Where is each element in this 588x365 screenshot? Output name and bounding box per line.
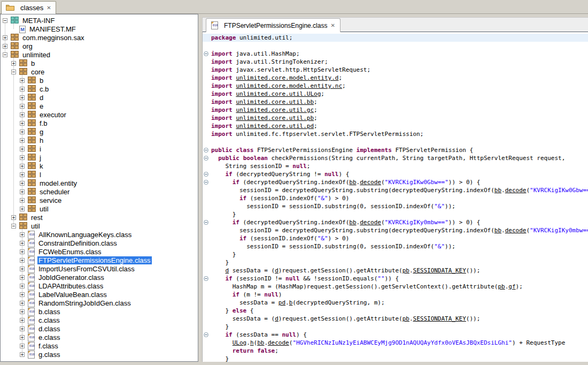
code-line[interactable]: } (203, 258, 588, 267)
code-line[interactable]: import unlimited.fc.ftpservlet.servlet.F… (203, 130, 588, 138)
expand-toggle[interactable]: + (20, 121, 25, 126)
expand-toggle[interactable]: + (20, 112, 25, 117)
fold-collapse-icon[interactable] (204, 220, 208, 225)
code-line[interactable]: if (sessionID.indexOf("&") > 0) (203, 234, 588, 242)
collapse-toggle[interactable]: − (3, 52, 7, 57)
tab-class-file-close-icon[interactable]: ✕ (330, 23, 335, 28)
code-line[interactable] (203, 42, 588, 50)
code-line[interactable]: sessData = (d)request.getSession().getAt… (203, 315, 588, 323)
code-line[interactable]: sessionID = decryptedQueryString.substri… (203, 186, 588, 194)
code-line[interactable]: if (decryptedQueryString.indexOf(bb.deco… (203, 218, 588, 226)
code-line[interactable]: } (203, 323, 588, 331)
tree-item-e-class[interactable]: +010e.class (1, 333, 198, 341)
expand-toggle[interactable]: + (20, 326, 25, 331)
tree-item-importusersfromcsvutil-class[interactable]: +010ImportUsersFromCSVUtil.class (1, 264, 198, 273)
collapse-toggle[interactable]: − (11, 224, 16, 229)
expand-toggle[interactable]: + (20, 198, 25, 203)
expand-toggle[interactable]: + (11, 61, 16, 66)
code-line[interactable]: d sessData = (d)request.getSession().get… (203, 267, 588, 275)
fold-collapse-icon[interactable] (204, 172, 208, 177)
expand-toggle[interactable]: + (20, 318, 25, 323)
collapse-toggle[interactable]: − (3, 18, 7, 23)
expand-toggle[interactable]: + (20, 301, 25, 306)
tree-item-d[interactable]: +d (1, 93, 198, 102)
tree-item-l[interactable]: +l (1, 170, 198, 179)
expand-toggle[interactable]: + (20, 207, 25, 211)
code-line[interactable]: import javax.servlet.http.HttpServletReq… (203, 66, 588, 74)
tree-item-util[interactable]: −util (1, 222, 198, 230)
tree-item-e[interactable]: +e (1, 102, 198, 110)
expand-toggle[interactable]: + (20, 249, 25, 254)
code-line[interactable]: import unlimited.core.util.bb; (203, 98, 588, 106)
fold-collapse-icon[interactable] (204, 332, 208, 337)
fold-collapse-icon[interactable] (204, 276, 208, 281)
tree-item-core[interactable]: −core (1, 67, 198, 76)
expand-toggle[interactable]: + (20, 172, 25, 177)
expand-toggle[interactable]: + (3, 44, 7, 49)
tree-item-h[interactable]: +h (1, 136, 198, 145)
fold-collapse-icon[interactable] (204, 51, 208, 56)
code-line[interactable]: if (sessionID.indexOf("&") > 0) (203, 194, 588, 202)
code-editor[interactable]: package unlimited.util;import java.util.… (202, 32, 588, 362)
code-line[interactable]: import unlimited.core.model.entity.nc; (203, 82, 588, 90)
expand-toggle[interactable]: + (20, 155, 25, 160)
tree-item-com-megginson-sax[interactable]: +com.megginson.sax (1, 33, 198, 42)
expand-toggle[interactable]: + (20, 309, 25, 314)
code-line[interactable]: sessionID = decryptedQueryString.substri… (203, 226, 588, 234)
expand-toggle[interactable]: + (20, 241, 25, 246)
fold-collapse-icon[interactable] (204, 148, 208, 153)
tree-item-allknownlanguagekeys-class[interactable]: +010AllKnownLanguageKeys.class (1, 230, 198, 239)
expand-toggle[interactable]: + (20, 284, 25, 288)
tree-item-ftpservletpermissionsengine-class[interactable]: +010FTPServletPermissionsEngine.class (1, 256, 198, 264)
expand-toggle[interactable]: + (20, 267, 25, 271)
tree-item-fcwebenums-class[interactable]: +010FCWebEnums.class (1, 247, 198, 256)
code-line[interactable]: HashMap m = (HashMap)request.getSession(… (203, 283, 588, 291)
expand-toggle[interactable]: + (20, 292, 25, 297)
tree-item-b[interactable]: +b (1, 76, 198, 85)
tree-item-f-class[interactable]: +010f.class (1, 341, 198, 350)
code-line[interactable]: import unlimited.core.model.entity.d; (203, 74, 588, 82)
expand-toggle[interactable]: + (20, 189, 25, 194)
code-line[interactable]: sessionID = sessionID.substring(0, sessi… (203, 242, 588, 250)
tree-item-org[interactable]: +org (1, 42, 198, 50)
expand-toggle[interactable]: + (20, 87, 25, 92)
expand-toggle[interactable]: + (20, 258, 25, 263)
expand-toggle[interactable]: + (20, 352, 25, 357)
code-line[interactable] (203, 138, 588, 146)
code-line[interactable]: sessionID = sessionID.substring(0, sessi… (203, 202, 588, 210)
tree-item-i[interactable]: +i (1, 145, 198, 153)
tab-classes[interactable]: classes ✕ (1, 1, 56, 14)
code-line[interactable]: sessData = pd.b(decryptedQueryString, m)… (203, 299, 588, 307)
code-line[interactable]: if (sessData == null) { (203, 331, 588, 339)
splitter[interactable] (198, 14, 202, 362)
tree-item-ldapattributes-class[interactable]: +010LDAPAttributes.class (1, 282, 198, 290)
tree-item-meta-inf[interactable]: −META-INF (1, 16, 198, 25)
code-line[interactable]: } (203, 250, 588, 258)
tree-item-constraintdefinition-class[interactable]: +010ConstraintDefinition.class (1, 239, 198, 247)
code-line[interactable]: ULog.h(bb.decode("HGVheRICNzIuNz1yEiABWC… (203, 339, 588, 347)
code-line[interactable]: import unlimited.core.util.pb; (203, 114, 588, 122)
code-line[interactable]: } (203, 210, 588, 218)
code-line[interactable]: } (203, 355, 588, 362)
code-line[interactable]: package unlimited.util; (203, 34, 588, 42)
code-line[interactable]: public class FTPServletPermissionsEngine… (203, 146, 588, 154)
expand-toggle[interactable]: + (20, 164, 25, 169)
code-line[interactable]: import java.util.HashMap; (203, 50, 588, 58)
expand-toggle[interactable]: + (20, 335, 25, 340)
expand-toggle[interactable]: + (20, 78, 25, 83)
tree-item-c-b[interactable]: +c.b (1, 85, 198, 93)
code-line[interactable]: public boolean checkPermissions(String c… (203, 154, 588, 162)
expand-toggle[interactable]: + (20, 95, 25, 100)
tree-item-unlimited[interactable]: −unlimited (1, 50, 198, 59)
code-line[interactable]: import unlimited.core.util.ULog; (203, 90, 588, 98)
tree-item-model-entity[interactable]: +model.entity (1, 179, 198, 187)
tree-item-rest[interactable]: +rest (1, 213, 198, 222)
code-line[interactable]: import unlimited.core.util.gc; (203, 106, 588, 114)
expand-toggle[interactable]: + (11, 215, 16, 220)
tree-item-k[interactable]: +k (1, 162, 198, 170)
tree-item-labelvaluebean-class[interactable]: +010LabelValueBean.class (1, 290, 198, 299)
tree-item-j[interactable]: +j (1, 153, 198, 162)
tab-classes-close-icon[interactable]: ✕ (47, 5, 51, 11)
code-line[interactable]: if (decryptedQueryString != null) { (203, 170, 588, 178)
collapse-toggle[interactable]: − (11, 70, 16, 74)
